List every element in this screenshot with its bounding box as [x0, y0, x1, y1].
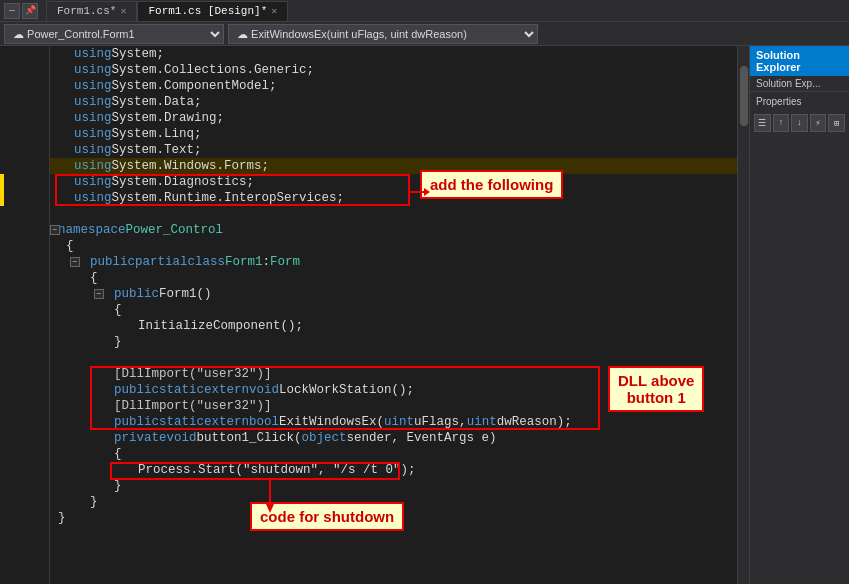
code-token: Process.Start("shutdown", "/s /t 0"); — [138, 462, 416, 478]
code-line: −public partial class Form1 : Form — [50, 254, 737, 270]
code-line: private void button1_Click(object sender… — [50, 430, 737, 446]
code-token: uint — [467, 414, 497, 430]
prop-icon-3[interactable]: ↓ — [791, 114, 808, 132]
code-token: extern — [204, 414, 249, 430]
code-line: −namespace Power_Control — [50, 222, 737, 238]
code-token: using — [74, 174, 112, 190]
code-line: using System.Text; — [50, 142, 737, 158]
code-token: button1_Click( — [197, 430, 302, 446]
collapse-btn[interactable]: − — [70, 257, 80, 267]
code-token: InitializeComponent(); — [138, 318, 303, 334]
class-dropdown[interactable]: ☁ Power_Control.Form1 — [4, 24, 224, 44]
code-token: Form — [270, 254, 300, 270]
collapse-btn[interactable]: − — [50, 225, 60, 235]
scroll-thumb[interactable] — [740, 66, 748, 126]
close-icon[interactable]: ✕ — [120, 5, 126, 17]
code-token: [DllImport("user32")] — [114, 398, 272, 414]
title-bar: — 📌 Form1.cs* ✕ Form1.cs [Design]* ✕ — [0, 0, 849, 22]
code-token: using — [74, 126, 112, 142]
code-token: public — [114, 382, 159, 398]
code-token: uint — [384, 414, 414, 430]
pin-btn[interactable]: 📌 — [22, 3, 38, 19]
code-line — [50, 206, 737, 222]
code-line: { — [50, 270, 737, 286]
minimize-btn[interactable]: — — [4, 3, 20, 19]
code-line: using System.Linq; — [50, 126, 737, 142]
code-token: public — [114, 414, 159, 430]
code-token: extern — [204, 382, 249, 398]
main-area: using System;using System.Collections.Ge… — [0, 46, 849, 584]
code-line: using System.Data; — [50, 94, 737, 110]
code-line: [DllImport("user32")] — [50, 398, 737, 414]
prop-icon-1[interactable]: ☰ — [754, 114, 771, 132]
code-token: partial — [135, 254, 188, 270]
dropdown-bar: ☁ Power_Control.Form1 ☁ ExitWindowsEx(ui… — [0, 22, 849, 46]
prop-icon-5[interactable]: ⊞ — [828, 114, 845, 132]
code-token: Form1() — [159, 286, 212, 302]
yellow-marker — [0, 174, 4, 206]
code-token: : — [263, 254, 271, 270]
left-gutter — [0, 46, 50, 584]
code-token: System.Windows.Forms; — [112, 158, 270, 174]
code-token: using — [74, 46, 112, 62]
code-token: LockWorkStation(); — [279, 382, 414, 398]
code-token: } — [58, 510, 66, 526]
code-token: System.Linq; — [112, 126, 202, 142]
code-line: Process.Start("shutdown", "/s /t 0"); — [50, 462, 737, 478]
solution-explorer-sub: Solution Exp... — [750, 76, 849, 92]
code-token: object — [302, 430, 347, 446]
code-line: using System; — [50, 46, 737, 62]
code-line: public static extern void LockWorkStatio… — [50, 382, 737, 398]
code-token: System; — [112, 46, 165, 62]
code-line: [DllImport("user32")] — [50, 366, 737, 382]
window-controls[interactable]: — 📌 — [4, 3, 38, 19]
close-icon[interactable]: ✕ — [271, 5, 277, 17]
code-token: sender, EventArgs e) — [347, 430, 497, 446]
code-line: −public Form1() — [50, 286, 737, 302]
code-token: System.Data; — [112, 94, 202, 110]
code-token: { — [90, 270, 98, 286]
prop-icon-2[interactable]: ↑ — [773, 114, 790, 132]
tab-label: Form1.cs* — [57, 5, 116, 17]
code-token: Power_Control — [126, 222, 224, 238]
code-line: } — [50, 510, 737, 526]
scroll-bar[interactable] — [737, 46, 749, 584]
code-line: InitializeComponent(); — [50, 318, 737, 334]
code-token: } — [90, 494, 98, 510]
code-token: static — [159, 414, 204, 430]
code-line: { — [50, 302, 737, 318]
code-token: public — [90, 254, 135, 270]
code-line: } — [50, 478, 737, 494]
code-line: using System.Runtime.InteropServices; — [50, 190, 737, 206]
code-token: dwReason); — [497, 414, 572, 430]
tab-bar: Form1.cs* ✕ Form1.cs [Design]* ✕ — [46, 1, 845, 21]
collapse-btn[interactable]: − — [94, 289, 104, 299]
code-token: using — [74, 62, 112, 78]
right-panel: Solution Explorer Solution Exp... Proper… — [749, 46, 849, 584]
code-token: private — [114, 430, 167, 446]
code-token: } — [114, 334, 122, 350]
tab-label: Form1.cs [Design]* — [148, 5, 267, 17]
code-token: [DllImport("user32")] — [114, 366, 272, 382]
code-token: Form1 — [225, 254, 263, 270]
code-token: using — [74, 142, 112, 158]
code-token: { — [114, 302, 122, 318]
tab-form1cs[interactable]: Form1.cs* ✕ — [46, 1, 137, 21]
code-token: using — [74, 190, 112, 206]
code-line — [50, 350, 737, 366]
code-line: using System.Drawing; — [50, 110, 737, 126]
code-line: } — [50, 494, 737, 510]
code-area: using System;using System.Collections.Ge… — [50, 46, 737, 584]
tab-form1cs-design[interactable]: Form1.cs [Design]* ✕ — [137, 1, 288, 21]
code-token: using — [74, 94, 112, 110]
code-token: bool — [249, 414, 279, 430]
code-token: using — [74, 110, 112, 126]
method-dropdown[interactable]: ☁ ExitWindowsEx(uint uFlags, uint dwReas… — [228, 24, 538, 44]
code-token: System.Diagnostics; — [112, 174, 255, 190]
prop-icon-4[interactable]: ⚡ — [810, 114, 827, 132]
code-token: using — [74, 158, 112, 174]
code-token: namespace — [58, 222, 126, 238]
code-token: ExitWindowsEx( — [279, 414, 384, 430]
code-token: System.ComponentModel; — [112, 78, 277, 94]
code-line: using System.Windows.Forms; — [50, 158, 737, 174]
